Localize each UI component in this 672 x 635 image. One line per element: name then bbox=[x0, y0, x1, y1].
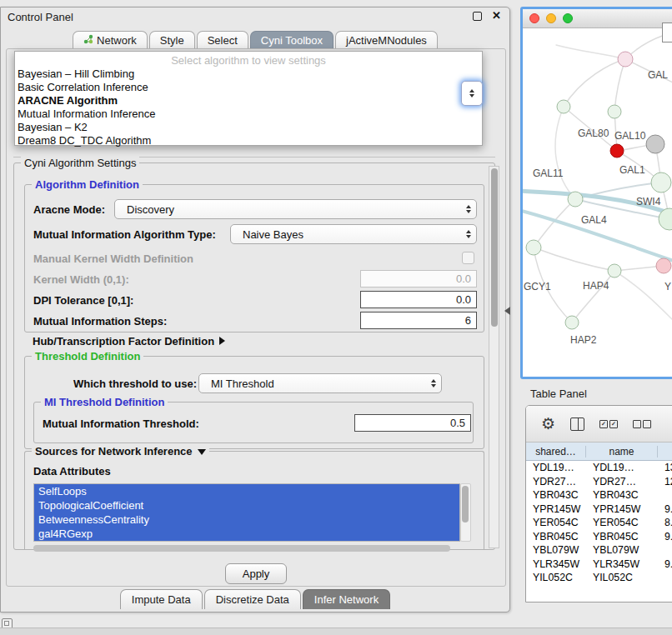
network-node[interactable] bbox=[565, 316, 579, 329]
settings-vertical-scrollbar[interactable] bbox=[489, 166, 499, 548]
apply-button[interactable]: Apply bbox=[225, 563, 287, 584]
tab-style[interactable]: Style bbox=[149, 31, 195, 50]
minimize-traffic-light-icon[interactable] bbox=[546, 13, 556, 23]
network-node[interactable] bbox=[646, 135, 664, 153]
algorithm-option-basic-correlation-inference[interactable]: Basic Correlation Inference bbox=[15, 81, 482, 94]
mi-threshold-field[interactable] bbox=[354, 414, 471, 432]
bottom-tab-infer-network[interactable]: Infer Network bbox=[303, 589, 390, 609]
network-node[interactable] bbox=[656, 258, 671, 273]
scrollbar-thumb[interactable] bbox=[462, 486, 469, 522]
tab-cyni-toolbox[interactable]: Cyni Toolbox bbox=[250, 31, 333, 50]
network-node[interactable] bbox=[608, 105, 621, 118]
attribute-item-betweennesscentrality[interactable]: BetweennessCentrality bbox=[34, 512, 459, 527]
dpi-tolerance-label: DPI Tolerance [0,1]: bbox=[33, 294, 133, 307]
table-panel-window: ⚙ ✓✓ shared…name YDL19…YDL19…13YDR27…YDR… bbox=[525, 405, 672, 602]
dpi-tolerance-field[interactable] bbox=[360, 291, 477, 308]
table-cell: YDL19… bbox=[526, 462, 586, 473]
network-node[interactable] bbox=[618, 52, 633, 67]
window-controls: ✕ bbox=[473, 11, 501, 21]
hub-definition-toggle[interactable]: Hub/Transcription Factor Definition bbox=[33, 335, 225, 348]
columns-icon[interactable] bbox=[570, 418, 584, 431]
gear-icon[interactable]: ⚙ bbox=[541, 416, 555, 432]
close-icon[interactable]: ✕ bbox=[492, 11, 501, 21]
network-edge bbox=[572, 271, 614, 322]
network-node[interactable] bbox=[526, 240, 541, 255]
algorithm-option-bayesian-k2[interactable]: Bayesian – K2 bbox=[15, 121, 482, 134]
tab-jactivemnodules[interactable]: jActiveMNodules bbox=[335, 31, 438, 50]
table-cell: YER054C bbox=[526, 517, 586, 528]
sources-toggle[interactable]: Sources for Network Inference bbox=[32, 445, 209, 458]
table-cell: YPR145W bbox=[586, 503, 658, 515]
panel-collapse-arrow-icon[interactable] bbox=[504, 307, 510, 315]
table-row[interactable]: YLR345WYLR345W9. bbox=[526, 558, 672, 572]
table-cell: YPR145W bbox=[526, 503, 586, 515]
bottom-strip bbox=[0, 628, 672, 635]
network-node[interactable] bbox=[651, 172, 671, 192]
network-edge bbox=[555, 107, 575, 199]
tab-network[interactable]: Network bbox=[73, 31, 148, 50]
network-node-label: GAL bbox=[648, 69, 668, 81]
mi-threshold-group: MI Threshold Definition Mutual Informati… bbox=[33, 402, 474, 443]
network-window-titlebar[interactable] bbox=[523, 9, 672, 28]
checked-box-icon: ✓ bbox=[599, 420, 608, 428]
algorithm-option-mutual-information-inference[interactable]: Mutual Information Inference bbox=[15, 108, 482, 121]
table-cell: 9. bbox=[658, 531, 672, 542]
attribute-item-selfloops[interactable]: SelfLoops bbox=[34, 484, 459, 498]
kernel-width-field[interactable] bbox=[360, 270, 477, 288]
unchecked-box-icon bbox=[633, 420, 641, 428]
close-traffic-light-icon[interactable] bbox=[529, 13, 539, 23]
table-cell: 8. bbox=[658, 517, 672, 528]
attribute-item-gal4rgexp[interactable]: gal4RGexp bbox=[34, 527, 459, 541]
table-row[interactable]: YDR27…YDR27…12 bbox=[526, 475, 672, 489]
column-header-shared[interactable]: shared… bbox=[526, 446, 586, 458]
deselect-all-icon[interactable] bbox=[633, 420, 651, 428]
network-node[interactable] bbox=[568, 192, 583, 207]
float-window-icon[interactable] bbox=[473, 12, 482, 21]
data-attributes-list[interactable]: SelfLoopsTopologicalCoefficientBetweenne… bbox=[33, 483, 460, 542]
aracne-mode-select[interactable]: Discovery bbox=[114, 199, 477, 219]
table-row[interactable]: YBR043CYBR043C bbox=[526, 488, 672, 502]
select-all-icon[interactable]: ✓✓ bbox=[599, 420, 618, 428]
zoom-traffic-light-icon[interactable] bbox=[563, 13, 573, 23]
table-row[interactable]: YER054CYER054C8. bbox=[526, 516, 672, 530]
bottom-tab-impute-data[interactable]: Impute Data bbox=[120, 589, 203, 609]
table-row[interactable]: YPR145WYPR145W9. bbox=[526, 502, 672, 517]
which-threshold-select[interactable]: MI Threshold bbox=[198, 373, 442, 393]
network-tab-icon bbox=[83, 34, 93, 48]
algorithm-option-dream8-dc-tdc-algorithm[interactable]: Dream8 DC_TDC Algorithm bbox=[15, 134, 482, 148]
algorithm-option-aracne-algorithm[interactable]: ARACNE Algorithm bbox=[15, 94, 482, 108]
list-vertical-scrollbar[interactable] bbox=[460, 483, 471, 542]
mi-threshold-label: Mutual Information Threshold: bbox=[43, 418, 199, 430]
network-node[interactable] bbox=[610, 144, 624, 158]
network-node[interactable] bbox=[557, 100, 570, 113]
bottom-tab-discretize-data[interactable]: Discretize Data bbox=[204, 589, 301, 609]
network-overview-box[interactable] bbox=[662, 22, 672, 42]
list-horizontal-scrollbar[interactable] bbox=[33, 545, 450, 552]
threshold-definition-title: Threshold Definition bbox=[32, 350, 143, 362]
algorithm-combo-button[interactable] bbox=[461, 81, 483, 106]
table-row[interactable]: YDL19…YDL19…13 bbox=[526, 461, 672, 475]
tab-label: Cyni Toolbox bbox=[261, 34, 323, 48]
mi-steps-field[interactable] bbox=[360, 312, 477, 329]
tab-label: jActiveMNodules bbox=[346, 34, 427, 48]
manual-kernel-checkbox[interactable] bbox=[462, 252, 474, 264]
table-cell: 12 bbox=[658, 476, 672, 488]
table-cell: 9. bbox=[658, 558, 672, 570]
mi-type-select[interactable]: Naive Bayes bbox=[230, 224, 477, 244]
collapse-down-icon bbox=[198, 449, 206, 455]
scrollbar-thumb[interactable] bbox=[491, 168, 498, 327]
table-header-row: shared…name bbox=[526, 442, 672, 461]
table-row[interactable]: YBR045CYBR045C9. bbox=[526, 530, 672, 544]
mi-steps-label: Mutual Information Steps: bbox=[33, 315, 167, 328]
network-node-label: GAL4 bbox=[581, 214, 607, 226]
table-row[interactable]: YIL052CYIL052C bbox=[526, 571, 672, 585]
network-canvas[interactable]: GALGAL80GAL10GAL11GAL1SWI4GAL4GCY1HAP4YH… bbox=[523, 28, 672, 378]
table-body: YDL19…YDL19…13YDR27…YDR27…12YBR043CYBR04… bbox=[526, 461, 672, 585]
column-header-name[interactable]: name bbox=[586, 446, 658, 458]
table-cell: YER054C bbox=[586, 517, 658, 528]
attribute-item-topologicalcoefficient[interactable]: TopologicalCoefficient bbox=[34, 498, 459, 512]
algorithm-option-bayesian-hill-climbing[interactable]: Bayesian – Hill Climbing bbox=[15, 68, 482, 81]
network-node[interactable] bbox=[608, 264, 621, 278]
table-row[interactable]: YBL079WYBL079W bbox=[526, 543, 672, 558]
tab-select[interactable]: Select bbox=[197, 31, 248, 50]
